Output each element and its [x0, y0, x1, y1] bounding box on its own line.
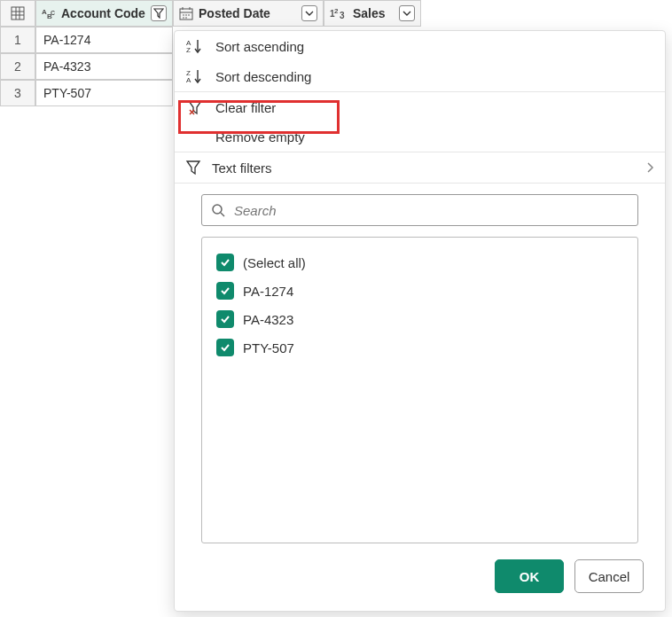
menu-text-filters[interactable]: Text filters — [175, 152, 665, 183]
svg-text:2: 2 — [334, 7, 339, 15]
row-number[interactable]: 2 — [0, 53, 35, 80]
svg-point-13 — [185, 14, 187, 16]
filter-value-label: PTY-507 — [243, 340, 294, 355]
sort-desc-icon: Z A — [186, 68, 204, 84]
column-label: Sales — [353, 6, 386, 20]
svg-line-29 — [221, 213, 224, 216]
search-icon — [211, 203, 225, 217]
search-box[interactable] — [201, 194, 638, 226]
menu-label: Text filters — [212, 160, 272, 176]
menu-label: Sort descending — [215, 69, 311, 84]
svg-rect-0 — [12, 7, 24, 20]
column-filter-button[interactable] — [399, 5, 415, 21]
svg-text:A: A — [186, 76, 191, 84]
filter-icon — [185, 160, 201, 176]
filter-active-icon — [153, 8, 164, 19]
button-label: OK — [520, 569, 540, 584]
check-icon — [220, 257, 231, 268]
check-icon — [220, 314, 231, 324]
column-filter-button[interactable] — [301, 5, 317, 21]
date-type-icon — [179, 6, 193, 20]
filter-value-label: PA-4323 — [243, 312, 293, 327]
ok-button[interactable]: OK — [495, 559, 564, 593]
svg-point-14 — [188, 14, 190, 16]
cell-account-code[interactable]: PA-1274 — [35, 27, 173, 53]
column-header-posted-date[interactable]: Posted Date — [173, 0, 324, 27]
menu-label: Sort ascending — [215, 39, 304, 54]
svg-text:Z: Z — [186, 46, 191, 54]
cancel-button[interactable]: Cancel — [574, 559, 644, 593]
table-icon — [11, 6, 25, 20]
row-number[interactable]: 1 — [0, 27, 35, 53]
column-filter-button[interactable] — [151, 5, 167, 21]
menu-label: Clear filter — [215, 100, 276, 115]
column-label: Posted Date — [199, 6, 270, 20]
chevron-down-icon — [402, 9, 411, 18]
row-header-corner[interactable] — [0, 0, 35, 27]
menu-label: Remove empty — [215, 129, 305, 144]
number-type-icon: 1 2 3 — [330, 6, 348, 20]
filter-value-label: PA-1274 — [243, 284, 293, 299]
sort-asc-icon: A Z — [186, 38, 204, 54]
svg-point-16 — [185, 17, 187, 19]
text-type-icon: A B C — [42, 6, 56, 20]
popup-footer: OK Cancel — [175, 543, 665, 611]
search-input[interactable] — [232, 202, 629, 219]
column-label: Account Code — [61, 6, 145, 20]
button-label: Cancel — [589, 569, 630, 584]
menu-sort-ascending[interactable]: A Z Sort ascending — [175, 31, 665, 61]
filter-value-label: (Select all) — [243, 255, 306, 270]
menu-clear-filter[interactable]: Clear filter — [175, 92, 665, 122]
row-number[interactable]: 3 — [0, 80, 35, 106]
filter-popup: A Z Sort ascending Z A Sort descending — [174, 30, 666, 612]
menu-sort-descending[interactable]: Z A Sort descending — [175, 61, 665, 91]
filter-values-list: (Select all)PA-1274PA-4323PTY-507 — [201, 237, 638, 543]
cell-account-code[interactable]: PA-4323 — [35, 53, 173, 80]
filter-value-item[interactable]: PA-4323 — [215, 305, 625, 333]
cell-account-code[interactable]: PTY-507 — [35, 80, 173, 106]
table-header: A B C Account Code Posted Date 1 — [0, 0, 672, 27]
checkbox-checked[interactable] — [216, 339, 234, 356]
menu-remove-empty[interactable]: Remove empty — [175, 122, 665, 152]
column-header-account-code[interactable]: A B C Account Code — [35, 0, 173, 27]
svg-point-12 — [183, 14, 184, 16]
check-icon — [220, 342, 231, 353]
svg-point-15 — [183, 17, 184, 19]
checkbox-checked[interactable] — [216, 282, 234, 300]
svg-point-28 — [213, 205, 222, 214]
svg-text:3: 3 — [340, 11, 345, 20]
checkbox-checked[interactable] — [216, 254, 234, 271]
filter-value-item[interactable]: (Select all) — [215, 248, 625, 277]
filter-value-item[interactable]: PTY-507 — [215, 333, 625, 362]
column-header-sales[interactable]: 1 2 3 Sales — [324, 0, 421, 27]
filter-value-item[interactable]: PA-1274 — [215, 277, 625, 305]
checkbox-checked[interactable] — [216, 310, 234, 328]
chevron-down-icon — [305, 9, 314, 18]
clear-filter-icon — [187, 99, 203, 115]
chevron-right-icon — [645, 161, 654, 174]
svg-text:C: C — [51, 10, 55, 16]
check-icon — [220, 285, 231, 296]
